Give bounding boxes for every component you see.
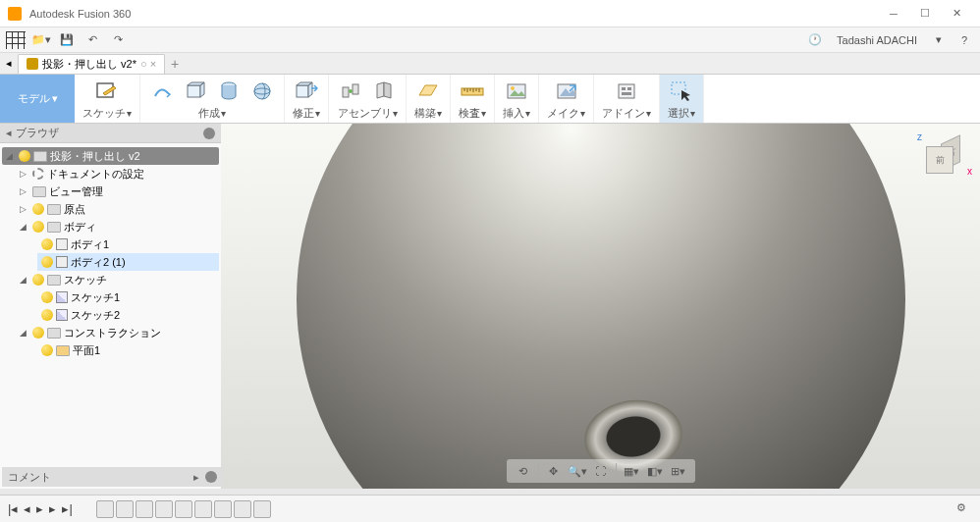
browser-panel: ◂ ブラウザ ◢ 投影・押し出し v2 ▷ドキュメントの設定 ▷ビュー管理 ▷原… (0, 124, 221, 489)
addins-icon[interactable] (613, 78, 640, 105)
new-tab-button[interactable]: + (171, 56, 179, 72)
timeline-settings-icon[interactable]: ⚙ (956, 501, 972, 517)
timeline-play-button[interactable]: ▸ (36, 501, 43, 516)
svg-rect-7 (353, 84, 358, 94)
axis-z-icon: z (917, 131, 922, 142)
timeline-item[interactable] (253, 500, 271, 518)
notifications-icon[interactable]: 🕐 (805, 30, 825, 50)
tree-node-body1[interactable]: ボディ1 (37, 235, 219, 253)
browser-tree: ◢ 投影・押し出し v2 ▷ドキュメントの設定 ▷ビュー管理 ▷原点 ◢ボディ … (0, 143, 221, 489)
minimize-button[interactable]: ─ (878, 0, 909, 27)
tree-node-body2[interactable]: ボディ2 (1) (37, 253, 219, 271)
measure-icon[interactable] (459, 78, 486, 105)
ribbon-group-insert[interactable]: 挿入▾ (495, 75, 539, 123)
timeline-item[interactable] (175, 500, 192, 518)
timeline-bar: |◂ ◂ ▸ ▸ ▸| ⚙ (0, 495, 980, 522)
navigation-bar: ⟲ ✥ 🔍▾ ⛶ ▦▾ ◧▾ ⊞▾ (507, 459, 695, 483)
timeline-start-button[interactable]: |◂ (8, 501, 18, 516)
ribbon-group-sketch[interactable]: スケッチ▾ (75, 75, 140, 123)
undo-button[interactable]: ↶ (82, 30, 102, 50)
sketch-icon[interactable] (93, 78, 121, 105)
comments-expand-icon[interactable]: ▸ (193, 471, 199, 484)
ribbon-group-create[interactable]: 作成▾ (140, 75, 285, 123)
browser-collapse-icon[interactable]: ◂ (6, 127, 12, 139)
box-icon[interactable] (182, 78, 209, 105)
user-menu-chevron-icon[interactable]: ▾ (929, 30, 949, 50)
display-icon[interactable]: ▦▾ (621, 461, 642, 481)
workspace-switcher[interactable]: モデル▾ (0, 75, 75, 123)
insert-icon[interactable] (503, 78, 530, 105)
tree-node-construction[interactable]: ◢コンストラクション (16, 324, 219, 341)
tree-node-doc-settings[interactable]: ▷ドキュメントの設定 (16, 165, 219, 183)
plane-icon[interactable] (414, 78, 442, 105)
svg-rect-5 (297, 85, 308, 97)
timeline-item[interactable] (214, 500, 232, 518)
comments-panel[interactable]: コメント ▸ (2, 467, 223, 487)
browser-options-icon[interactable] (203, 128, 215, 139)
zoom-icon[interactable]: 🔍▾ (567, 461, 588, 481)
timeline-item[interactable] (234, 500, 251, 518)
ribbon-group-construct[interactable]: 構築▾ (407, 75, 451, 123)
timeline-item[interactable] (116, 500, 134, 518)
ribbon-group-select[interactable]: 選択▾ (660, 75, 704, 123)
tab-nav-left-icon[interactable]: ◂ (6, 57, 12, 70)
app-logo-icon (8, 7, 22, 21)
redo-button[interactable]: ↷ (108, 30, 128, 50)
tree-node-origin[interactable]: ▷原点 (16, 200, 219, 218)
svg-rect-13 (619, 84, 634, 98)
orbit-icon[interactable]: ⟲ (513, 461, 534, 481)
tree-node-bodies[interactable]: ◢ボディ (16, 218, 219, 235)
ribbon-group-addins[interactable]: アドイン▾ (594, 75, 660, 123)
svg-rect-14 (622, 87, 626, 90)
user-name[interactable]: Tadashi ADACHI (831, 34, 923, 46)
save-button[interactable]: 💾 (57, 30, 77, 50)
browser-header[interactable]: ◂ ブラウザ (0, 124, 221, 143)
sphere-icon[interactable] (248, 78, 276, 105)
joint-icon[interactable] (337, 78, 364, 105)
ribbon-group-assemble[interactable]: アセンブリ▾ (329, 75, 407, 123)
cylinder-icon[interactable] (215, 78, 243, 105)
view-cube[interactable]: z 右 前 x (921, 135, 964, 179)
sketch-icon (56, 309, 68, 321)
ribbon-group-modify[interactable]: 修正▾ (285, 75, 329, 123)
tree-node-sketches[interactable]: ◢スケッチ (16, 271, 219, 288)
document-tab[interactable]: 投影・押し出し v2* ○ × (18, 54, 165, 74)
help-button[interactable]: ? (954, 30, 974, 50)
timeline-end-button[interactable]: ▸| (62, 501, 72, 516)
timeline-item[interactable] (96, 500, 114, 518)
timeline-features (96, 500, 271, 518)
tree-node-sketch2[interactable]: スケッチ2 (37, 306, 219, 324)
document-icon (27, 58, 38, 70)
timeline-next-button[interactable]: ▸ (49, 501, 56, 516)
revolve-icon[interactable] (148, 78, 176, 105)
tree-node-sketch1[interactable]: スケッチ1 (37, 288, 219, 306)
close-window-button[interactable]: ✕ (941, 0, 972, 27)
viewcube-front[interactable]: 前 (926, 146, 953, 174)
fit-icon[interactable]: ⛶ (590, 461, 612, 481)
svg-rect-1 (188, 85, 200, 97)
data-panel-icon[interactable] (6, 31, 26, 49)
select-icon[interactable] (668, 78, 695, 105)
timeline-item[interactable] (155, 500, 173, 518)
modify-icon[interactable] (293, 78, 320, 105)
svg-rect-6 (343, 87, 349, 97)
asbuilt-icon[interactable] (370, 78, 398, 105)
pan-icon[interactable]: ✥ (543, 461, 565, 481)
tree-node-plane1[interactable]: 平面1 (37, 341, 219, 359)
timeline-item[interactable] (136, 500, 153, 518)
effects-icon[interactable]: ◧▾ (644, 461, 666, 481)
tree-root[interactable]: ◢ 投影・押し出し v2 (2, 147, 219, 165)
ribbon-group-make[interactable]: メイク▾ (539, 75, 594, 123)
file-menu-button[interactable]: 📁▾ (31, 30, 51, 50)
svg-point-8 (349, 89, 353, 93)
tab-close-icon[interactable]: ○ × (140, 58, 156, 70)
timeline-item[interactable] (194, 500, 212, 518)
comments-options-icon[interactable] (205, 471, 217, 483)
maximize-button[interactable]: ☐ (909, 0, 941, 27)
viewport[interactable]: z 右 前 x ⟲ ✥ 🔍▾ ⛶ ▦▾ ◧▾ ⊞▾ (221, 124, 980, 489)
make-icon[interactable] (553, 78, 580, 105)
timeline-prev-button[interactable]: ◂ (24, 501, 30, 516)
ribbon-group-inspect[interactable]: 検査▾ (451, 75, 495, 123)
grid-icon[interactable]: ⊞▾ (668, 461, 689, 481)
tree-node-views[interactable]: ▷ビュー管理 (16, 183, 219, 200)
